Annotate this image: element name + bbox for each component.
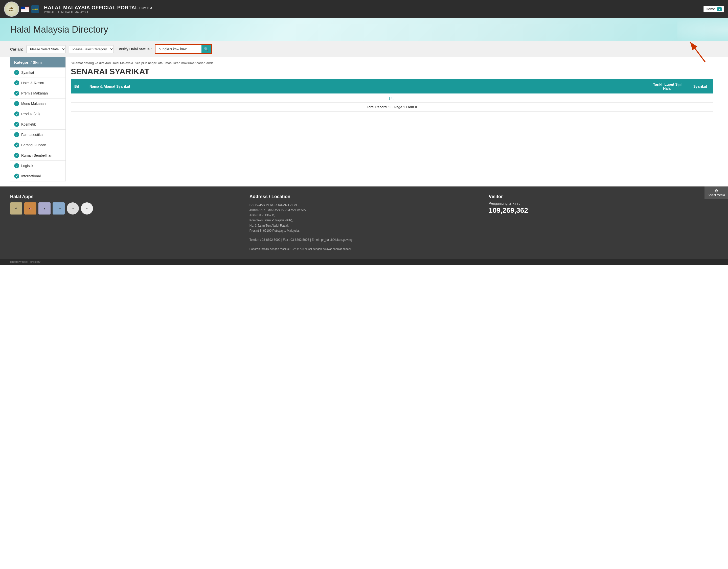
check-icon bbox=[14, 91, 19, 96]
portal-title-area: HALAL MALAYSIA OFFICIAL PORTAL ENG BM PO… bbox=[44, 5, 152, 14]
sidebar-header: Kategori / Skim bbox=[10, 57, 65, 68]
address-title: Address / Location bbox=[249, 194, 479, 199]
carian-label: Carian: bbox=[10, 47, 23, 51]
sidebar-item-kosmetik[interactable]: Kosmetik bbox=[10, 119, 65, 130]
address-line-4: Kompleks Islam Putrajaya (KIP), bbox=[249, 218, 479, 223]
sidebar-item-logistik[interactable]: Logistik bbox=[10, 161, 65, 171]
top-navigation: حلالHALAL JAKIM HALAL MALAYSIA OFFICIAL … bbox=[0, 0, 728, 18]
search-button[interactable]: 🔍 bbox=[201, 45, 211, 53]
portal-subtitle: PORTAL RASMI HALAL MALAYSIA bbox=[44, 11, 152, 14]
malaysia-flag bbox=[21, 7, 29, 12]
page-title: Halal Malaysia Directory bbox=[10, 24, 718, 35]
address-line-2: JABATAN KEMAJUAN ISLAM MALAYSIA, bbox=[249, 208, 479, 213]
col-syarikat: Syarikat bbox=[688, 79, 713, 94]
malaysia-flag-logo bbox=[21, 7, 29, 12]
sidebar-item-produk[interactable]: Produk (23) bbox=[10, 109, 65, 119]
col-nama: Nama & Alamat Syarikat bbox=[86, 79, 647, 94]
visitor-count: 109,269,362 bbox=[489, 207, 718, 215]
main-content: Kategori / Skim Syarikat Hotel & Resort … bbox=[0, 57, 728, 182]
verify-halal-label: Verify Halal Status : bbox=[119, 47, 152, 51]
halal-apps-title: Halal Apps bbox=[10, 194, 239, 199]
state-select[interactable]: Please Select State bbox=[26, 45, 66, 53]
sidebar-item-menu[interactable]: Menu Makanan bbox=[10, 99, 65, 109]
search-bar: Carian: Please Select State Please Selec… bbox=[0, 41, 728, 57]
app-logo-2: 🇲🇾 bbox=[24, 203, 36, 215]
halal-logo: حلالHALAL bbox=[4, 2, 19, 17]
directory-table: Bil Nama & Alamat Syarikat Tarikh Luput … bbox=[71, 79, 713, 112]
check-icon bbox=[14, 101, 19, 106]
check-icon bbox=[14, 122, 19, 127]
sidebar-item-international[interactable]: International bbox=[10, 171, 65, 182]
welcome-text: Selamat datang ke direktori Halal Malays… bbox=[71, 61, 713, 65]
total-record: Total Record : 0 - Page 1 From 0 bbox=[71, 103, 713, 112]
contact-info: Telefon : 03-8892 5000 | Fax : 03-8892 5… bbox=[249, 237, 479, 242]
verify-halal-input[interactable] bbox=[156, 46, 201, 53]
directory-content: Selamat datang ke direktori Halal Malays… bbox=[66, 57, 718, 182]
app-logo-6: ♥ bbox=[81, 203, 93, 215]
home-dropdown[interactable]: Home ▼ bbox=[703, 6, 724, 12]
sidebar-item-premis[interactable]: Premis Makanan bbox=[10, 88, 65, 99]
app-logo-4: CCM bbox=[53, 203, 65, 215]
app-logo-3: ◈ bbox=[38, 203, 51, 215]
category-select[interactable]: Please Select Category bbox=[69, 45, 114, 53]
sidebar-item-farmaseutikal[interactable]: Farmaseutikal bbox=[10, 130, 65, 140]
app-logos: 🏛 🇲🇾 ◈ CCM ⊙ ♥ bbox=[10, 203, 239, 215]
status-bar: directory/index_directory bbox=[0, 259, 728, 265]
status-url: directory/index_directory bbox=[10, 260, 40, 263]
app-logo-5: ⊙ bbox=[67, 203, 79, 215]
sidebar-item-rumah[interactable]: Rumah Sembelihan bbox=[10, 150, 65, 161]
pagination: [ 1 ] bbox=[71, 94, 713, 103]
col-tarikh: Tarikh Luput Sijil Halal bbox=[647, 79, 688, 94]
sidebar-item-hotel[interactable]: Hotel & Resort bbox=[10, 78, 65, 88]
address-line-5: No. 3 Jalan Tun Abdul Razak, bbox=[249, 223, 479, 228]
check-icon bbox=[14, 111, 19, 117]
jakim-badge: JAKIM bbox=[31, 5, 39, 13]
social-media-button[interactable]: ⚙ Social Media bbox=[704, 187, 728, 199]
portal-main-title: HALAL MALAYSIA OFFICIAL PORTAL ENG BM bbox=[44, 5, 152, 11]
app-logo-1: 🏛 bbox=[10, 203, 22, 215]
senarai-title: SENARAI SYARIKAT bbox=[71, 67, 713, 76]
resolution-note: Paparan terbaik dengan resolusi 1024 x 7… bbox=[249, 247, 479, 252]
address-section: Address / Location BAHAGIAN PENGURUSAN H… bbox=[249, 194, 479, 251]
nav-right: Home ▼ bbox=[703, 6, 724, 12]
sidebar: Kategori / Skim Syarikat Hotel & Resort … bbox=[10, 57, 66, 182]
footer: Halal Apps 🏛 🇲🇾 ◈ CCM ⊙ ♥ Address / Loca… bbox=[0, 187, 728, 259]
check-icon bbox=[14, 132, 19, 137]
check-icon bbox=[14, 70, 19, 75]
sidebar-item-barang[interactable]: Barang Gunaan bbox=[10, 140, 65, 150]
header-banner: Halal Malaysia Directory bbox=[0, 18, 728, 41]
address-line-6: Presint 3, 62100 Putrajaya, Malaysia. bbox=[249, 228, 479, 233]
halal-apps-section: Halal Apps 🏛 🇲🇾 ◈ CCM ⊙ ♥ bbox=[10, 194, 239, 215]
check-icon bbox=[14, 80, 19, 85]
visitor-label: Pengunjung terkini : bbox=[489, 201, 718, 206]
footer-container: ⚙ Social Media Halal Apps 🏛 🇲🇾 ◈ CCM ⊙ ♥… bbox=[0, 187, 728, 259]
check-icon bbox=[14, 153, 19, 158]
gear-icon: ⚙ bbox=[715, 189, 718, 193]
visitor-section: Visitor Pengunjung terkini : 109,269,362 bbox=[489, 194, 718, 215]
address-line-1: BAHAGIAN PENGURUSAN HALAL, bbox=[249, 203, 479, 208]
address-line-3: Aras 6 & 7, Blok D, bbox=[249, 213, 479, 218]
sidebar-item-syarikat[interactable]: Syarikat bbox=[10, 68, 65, 78]
col-bil: Bil bbox=[71, 79, 86, 94]
check-icon bbox=[14, 143, 19, 148]
check-icon bbox=[14, 174, 19, 179]
logo-area: حلالHALAL JAKIM bbox=[4, 2, 39, 17]
check-icon bbox=[14, 163, 19, 168]
dropdown-arrow-icon: ▼ bbox=[717, 7, 722, 11]
verify-input-wrap: 🔍 bbox=[155, 44, 212, 54]
visitor-title: Visitor bbox=[489, 194, 718, 199]
